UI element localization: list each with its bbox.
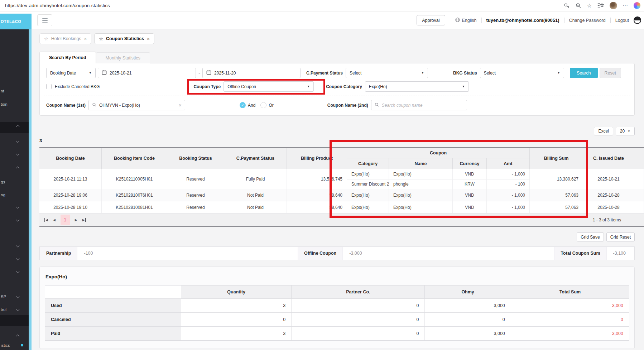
browser-menu-icon[interactable]: ⋯ [623,3,628,9]
close-icon[interactable]: × [147,36,150,42]
col-coupon-category[interactable]: Category [347,158,389,169]
col-quantity: Quantity [181,286,292,298]
main-content: ☆ Hotel Bookings × ☆ Coupon Statistics ×… [32,29,644,350]
total-coupon-sum-label: Total Coupon Sum [554,247,606,260]
sidebar-item[interactable]: SP [0,294,6,299]
table-row[interactable]: 2025-10-28 19:06 K25102810076H01 Reserve… [39,189,644,201]
and-radio[interactable]: ✓ And [240,102,255,108]
col-booking-status[interactable]: Booking Status [167,148,224,169]
reset-button[interactable]: Reset [600,68,621,78]
first-page-button[interactable]: ◀ [44,218,48,222]
category-summary-table: Quantity Partner Co. Ohmy Total Sum Used… [45,285,629,341]
favorite-star-icon[interactable]: ☆ [44,36,48,42]
table-row[interactable]: 2025-10-28 19:10 K25102810081H01 Reserve… [39,201,644,214]
coupon-category-value: Expo(Ho) [369,84,387,89]
sidebar-active-item[interactable] [0,315,29,326]
chevron-up-icon[interactable] [16,335,20,338]
chevron-down-icon[interactable] [16,257,20,260]
col-issued-date[interactable]: C. Issued Date [583,148,634,169]
sidebar-item-statistics[interactable]: istics [0,343,10,347]
copilot-icon[interactable] [634,2,640,9]
col-coupon-currency[interactable]: Currency [453,158,487,169]
category-summary-card: Expo(Ho) Quantity Partner Co. Ohmy Total… [39,267,635,349]
logout-link[interactable]: Logout [615,18,629,23]
last-page-button[interactable]: ▶ [82,218,86,222]
chevron-down-icon[interactable] [16,139,20,143]
sidebar-scrollbar[interactable] [29,29,32,350]
col-cpayment-status[interactable]: C.Payment Status [224,148,287,169]
favorites-bar-icon[interactable] [597,3,604,9]
change-password-link[interactable]: Change Password [569,18,606,23]
chevron-down-icon[interactable] [16,152,20,156]
prev-page-button[interactable]: ◀ [53,218,56,222]
grid-reset-button[interactable]: Grid Reset [606,232,635,241]
col-billing-sum[interactable]: Billing Sum [530,148,583,169]
tab-hotel-bookings[interactable]: ☆ Hotel Bookings × [39,33,91,44]
sidebar-nav: nt tion gs ng SP trol istics [0,29,32,350]
chevron-down-icon[interactable] [16,308,20,311]
cpayment-status-label: C.Payment Status [306,71,343,76]
chevron-down-icon[interactable] [16,270,20,273]
excel-export-button[interactable]: Excel [594,127,613,135]
url-input[interactable]: https://dev-adm.ohmyhotel.com/coupon-sta… [5,3,110,8]
close-icon[interactable]: × [84,36,87,42]
cell-booking-status: Reserved [167,169,224,189]
date-to-input[interactable]: 2025-11-20 [202,68,301,78]
coupon-name-2nd-input[interactable] [382,103,463,108]
favorite-star-icon[interactable]: ☆ [99,36,103,42]
col-billing-product[interactable]: Billing Product [287,148,347,169]
cell-partner-co: 0 [292,327,425,340]
sidebar-item[interactable]: ng [0,193,5,197]
tab-search-by-period[interactable]: Search By Period [39,52,96,63]
coupon-category-label: Coupon Category [326,84,362,89]
password-key-icon[interactable] [563,3,570,9]
next-page-button[interactable]: ▶ [75,218,77,222]
table-row[interactable]: 2025-10-21 11:13 K25102110005H01 Reserve… [39,169,644,189]
bookmark-star-icon[interactable]: ☆ [587,3,592,8]
date-from-input[interactable]: 2025-10-21 [98,68,196,78]
chevron-up-icon[interactable] [16,167,20,170]
sidebar-item[interactable]: nt [0,89,4,93]
browser-profile-avatar[interactable] [610,2,617,9]
chevron-down-icon: ▼ [554,71,560,75]
radio-unchecked-icon [260,102,266,108]
sidebar-item[interactable]: tion [0,102,8,106]
hotel-co-logo[interactable]: OTEL&CO [0,14,32,29]
search-button[interactable]: Search [570,68,598,78]
col-booking-item-code[interactable]: Booking Item Code [102,148,167,169]
zoom-out-icon[interactable] [575,3,582,9]
exclude-canceled-checkbox[interactable] [46,84,52,89]
page-size-select[interactable]: 20 ▼ [616,127,635,135]
cpayment-status-select[interactable]: Select ▼ [346,68,428,78]
menu-toggle-button[interactable] [37,14,52,26]
grid-save-button[interactable]: Grid Save [577,232,604,241]
theme-toggle-icon[interactable] [634,16,641,24]
bkg-status-select[interactable]: Select ▼ [480,68,564,78]
row-label-canceled: Canceled [45,313,181,326]
divider [44,96,630,96]
tab-monthly-statistics[interactable]: Monthly Statistics [96,52,150,63]
cell-spacer [634,169,644,189]
col-booking-date[interactable]: Booking Date [39,148,102,169]
sidebar-item[interactable]: trol [0,307,6,312]
chevron-down-icon[interactable] [16,295,20,298]
tab-coupon-statistics[interactable]: ☆ Coupon Statistics × [94,33,154,44]
clear-icon[interactable]: × [179,102,182,108]
sidebar-active-item[interactable] [0,122,29,133]
coupon-type-select[interactable]: Offline Coupon ▼ [224,81,314,92]
total-coupon-sum-value: -3,100 [613,251,626,256]
chevron-down-icon[interactable] [16,218,20,222]
coupon-category-select[interactable]: Expo(Ho) ▼ [365,81,469,92]
sidebar-item[interactable]: gs [0,180,5,184]
col-coupon-amt[interactable]: Amt [487,158,530,169]
chevron-down-icon[interactable] [16,205,20,209]
language-selector[interactable]: English [455,17,477,24]
chevron-down-icon[interactable] [16,244,20,248]
date-type-select[interactable]: Booking Date ▼ [46,68,96,78]
or-radio[interactable]: Or [260,102,273,108]
col-coupon-name[interactable]: Name [389,158,453,169]
coupon-type-group: Coupon Type Offline Coupon ▼ [193,81,314,92]
page-number-button[interactable]: 1 [61,215,70,225]
coupon-name-1st-input[interactable] [99,103,176,108]
approval-button[interactable]: Approval [417,15,445,25]
